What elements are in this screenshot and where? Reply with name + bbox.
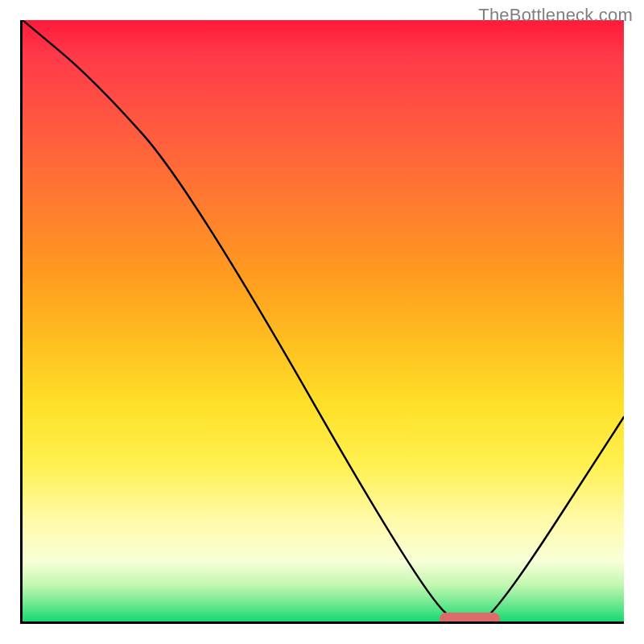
plot-area <box>20 20 624 624</box>
optimum-marker <box>440 613 500 624</box>
watermark-text: TheBottleneck.com <box>478 5 633 26</box>
bottleneck-curve <box>23 20 624 621</box>
chart-container: TheBottleneck.com <box>0 0 644 644</box>
